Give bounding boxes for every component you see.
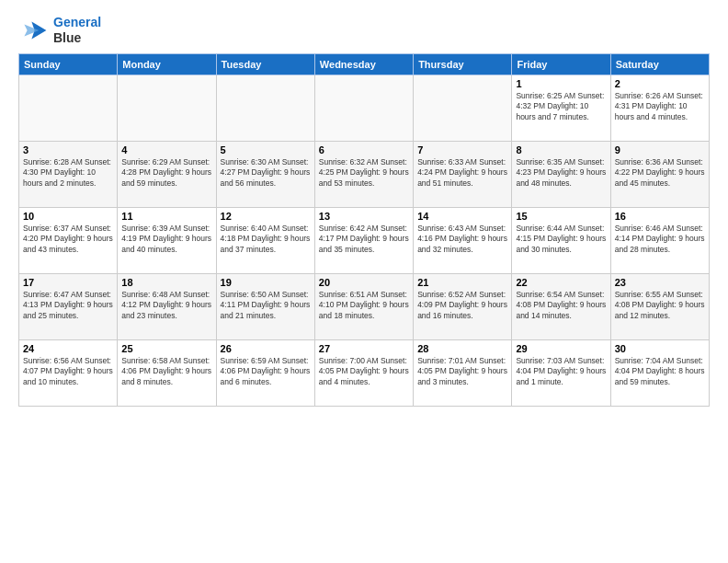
logo-line1: General bbox=[53, 15, 101, 30]
calendar-week-row: 1Sunrise: 6:25 AM Sunset: 4:32 PM Daylig… bbox=[19, 75, 710, 141]
calendar-cell: 25Sunrise: 6:58 AM Sunset: 4:06 PM Dayli… bbox=[118, 339, 216, 406]
day-info: Sunrise: 6:42 AM Sunset: 4:17 PM Dayligh… bbox=[319, 224, 409, 257]
calendar-header-row: SundayMondayTuesdayWednesdayThursdayFrid… bbox=[19, 53, 710, 75]
calendar-cell: 16Sunrise: 6:46 AM Sunset: 4:14 PM Dayli… bbox=[610, 207, 709, 273]
day-number: 30 bbox=[615, 343, 705, 354]
day-number: 22 bbox=[516, 277, 606, 288]
calendar-cell: 20Sunrise: 6:51 AM Sunset: 4:10 PM Dayli… bbox=[314, 273, 413, 339]
calendar-cell: 3Sunrise: 6:28 AM Sunset: 4:30 PM Daylig… bbox=[19, 141, 118, 207]
day-info: Sunrise: 6:35 AM Sunset: 4:23 PM Dayligh… bbox=[516, 157, 606, 190]
calendar-cell: 7Sunrise: 6:33 AM Sunset: 4:24 PM Daylig… bbox=[414, 141, 512, 207]
day-number: 3 bbox=[23, 144, 113, 155]
day-info: Sunrise: 6:29 AM Sunset: 4:28 PM Dayligh… bbox=[121, 157, 211, 190]
day-info: Sunrise: 6:50 AM Sunset: 4:11 PM Dayligh… bbox=[221, 290, 311, 323]
calendar-week-row: 10Sunrise: 6:37 AM Sunset: 4:20 PM Dayli… bbox=[19, 207, 710, 273]
day-number: 12 bbox=[221, 211, 311, 222]
calendar-cell bbox=[414, 75, 512, 141]
logo-icon bbox=[18, 16, 48, 45]
calendar-cell bbox=[118, 75, 216, 141]
calendar-cell bbox=[314, 75, 413, 141]
calendar-cell: 27Sunrise: 7:00 AM Sunset: 4:05 PM Dayli… bbox=[314, 339, 413, 406]
day-number: 8 bbox=[516, 144, 606, 155]
day-info: Sunrise: 6:43 AM Sunset: 4:16 PM Dayligh… bbox=[417, 224, 507, 257]
day-info: Sunrise: 6:37 AM Sunset: 4:20 PM Dayligh… bbox=[23, 224, 113, 257]
calendar-cell: 11Sunrise: 6:39 AM Sunset: 4:19 PM Dayli… bbox=[118, 207, 216, 273]
calendar-cell bbox=[19, 75, 118, 141]
calendar-cell: 19Sunrise: 6:50 AM Sunset: 4:11 PM Dayli… bbox=[216, 273, 314, 339]
logo-line2: Blue bbox=[53, 30, 101, 46]
day-info: Sunrise: 6:52 AM Sunset: 4:09 PM Dayligh… bbox=[417, 290, 507, 323]
day-info: Sunrise: 6:40 AM Sunset: 4:18 PM Dayligh… bbox=[221, 224, 311, 257]
day-number: 2 bbox=[615, 78, 705, 89]
day-number: 14 bbox=[417, 211, 507, 222]
calendar-cell: 8Sunrise: 6:35 AM Sunset: 4:23 PM Daylig… bbox=[512, 141, 610, 207]
day-info: Sunrise: 6:36 AM Sunset: 4:22 PM Dayligh… bbox=[615, 157, 705, 190]
day-info: Sunrise: 6:44 AM Sunset: 4:15 PM Dayligh… bbox=[516, 224, 606, 257]
day-info: Sunrise: 6:58 AM Sunset: 4:06 PM Dayligh… bbox=[121, 356, 211, 389]
weekday-header: Wednesday bbox=[314, 53, 413, 75]
calendar-cell: 17Sunrise: 6:47 AM Sunset: 4:13 PM Dayli… bbox=[19, 273, 118, 339]
calendar-cell bbox=[216, 75, 314, 141]
day-number: 7 bbox=[417, 144, 507, 155]
logo-text: General Blue bbox=[53, 15, 101, 46]
calendar-cell: 10Sunrise: 6:37 AM Sunset: 4:20 PM Dayli… bbox=[19, 207, 118, 273]
day-number: 27 bbox=[319, 343, 409, 354]
day-number: 17 bbox=[23, 277, 113, 288]
day-number: 29 bbox=[516, 343, 606, 354]
day-number: 11 bbox=[121, 211, 211, 222]
day-number: 13 bbox=[319, 211, 409, 222]
day-number: 4 bbox=[121, 144, 211, 155]
calendar-cell: 6Sunrise: 6:32 AM Sunset: 4:25 PM Daylig… bbox=[314, 141, 413, 207]
day-number: 15 bbox=[516, 211, 606, 222]
day-info: Sunrise: 7:01 AM Sunset: 4:05 PM Dayligh… bbox=[417, 356, 507, 389]
day-info: Sunrise: 6:33 AM Sunset: 4:24 PM Dayligh… bbox=[417, 157, 507, 190]
day-info: Sunrise: 6:55 AM Sunset: 4:08 PM Dayligh… bbox=[615, 290, 705, 323]
day-number: 6 bbox=[319, 144, 409, 155]
calendar-table: SundayMondayTuesdayWednesdayThursdayFrid… bbox=[18, 53, 710, 407]
calendar-cell: 15Sunrise: 6:44 AM Sunset: 4:15 PM Dayli… bbox=[512, 207, 610, 273]
calendar-cell: 1Sunrise: 6:25 AM Sunset: 4:32 PM Daylig… bbox=[512, 75, 610, 141]
day-number: 26 bbox=[221, 343, 311, 354]
day-number: 5 bbox=[221, 144, 311, 155]
calendar-cell: 18Sunrise: 6:48 AM Sunset: 4:12 PM Dayli… bbox=[118, 273, 216, 339]
day-number: 18 bbox=[121, 277, 211, 288]
day-number: 19 bbox=[221, 277, 311, 288]
day-info: Sunrise: 6:56 AM Sunset: 4:07 PM Dayligh… bbox=[23, 356, 113, 389]
calendar-cell: 13Sunrise: 6:42 AM Sunset: 4:17 PM Dayli… bbox=[314, 207, 413, 273]
calendar-cell: 23Sunrise: 6:55 AM Sunset: 4:08 PM Dayli… bbox=[610, 273, 709, 339]
day-info: Sunrise: 6:59 AM Sunset: 4:06 PM Dayligh… bbox=[221, 356, 311, 389]
day-number: 16 bbox=[615, 211, 705, 222]
logo: General Blue bbox=[18, 15, 101, 46]
day-info: Sunrise: 6:51 AM Sunset: 4:10 PM Dayligh… bbox=[319, 290, 409, 323]
day-info: Sunrise: 6:25 AM Sunset: 4:32 PM Dayligh… bbox=[516, 91, 606, 124]
day-info: Sunrise: 6:39 AM Sunset: 4:19 PM Dayligh… bbox=[121, 224, 211, 257]
calendar-cell: 30Sunrise: 7:04 AM Sunset: 4:04 PM Dayli… bbox=[610, 339, 709, 406]
weekday-header: Saturday bbox=[610, 53, 709, 75]
calendar-cell: 14Sunrise: 6:43 AM Sunset: 4:16 PM Dayli… bbox=[414, 207, 512, 273]
day-info: Sunrise: 6:54 AM Sunset: 4:08 PM Dayligh… bbox=[516, 290, 606, 323]
day-number: 25 bbox=[121, 343, 211, 354]
weekday-header: Friday bbox=[512, 53, 610, 75]
weekday-header: Tuesday bbox=[216, 53, 314, 75]
calendar-cell: 9Sunrise: 6:36 AM Sunset: 4:22 PM Daylig… bbox=[610, 141, 709, 207]
day-info: Sunrise: 6:48 AM Sunset: 4:12 PM Dayligh… bbox=[121, 290, 211, 323]
calendar-week-row: 24Sunrise: 6:56 AM Sunset: 4:07 PM Dayli… bbox=[19, 339, 710, 406]
day-number: 20 bbox=[319, 277, 409, 288]
day-info: Sunrise: 6:46 AM Sunset: 4:14 PM Dayligh… bbox=[615, 224, 705, 257]
calendar-week-row: 17Sunrise: 6:47 AM Sunset: 4:13 PM Dayli… bbox=[19, 273, 710, 339]
day-number: 1 bbox=[516, 78, 606, 89]
day-info: Sunrise: 6:47 AM Sunset: 4:13 PM Dayligh… bbox=[23, 290, 113, 323]
calendar-cell: 2Sunrise: 6:26 AM Sunset: 4:31 PM Daylig… bbox=[610, 75, 709, 141]
day-info: Sunrise: 7:04 AM Sunset: 4:04 PM Dayligh… bbox=[615, 356, 705, 389]
calendar-cell: 29Sunrise: 7:03 AM Sunset: 4:04 PM Dayli… bbox=[512, 339, 610, 406]
calendar-cell: 24Sunrise: 6:56 AM Sunset: 4:07 PM Dayli… bbox=[19, 339, 118, 406]
calendar-cell: 28Sunrise: 7:01 AM Sunset: 4:05 PM Dayli… bbox=[414, 339, 512, 406]
calendar-week-row: 3Sunrise: 6:28 AM Sunset: 4:30 PM Daylig… bbox=[19, 141, 710, 207]
weekday-header: Sunday bbox=[19, 53, 118, 75]
day-info: Sunrise: 6:30 AM Sunset: 4:27 PM Dayligh… bbox=[221, 157, 311, 190]
day-number: 21 bbox=[417, 277, 507, 288]
header: General Blue bbox=[18, 15, 710, 46]
day-info: Sunrise: 7:03 AM Sunset: 4:04 PM Dayligh… bbox=[516, 356, 606, 389]
day-number: 23 bbox=[615, 277, 705, 288]
day-number: 24 bbox=[23, 343, 113, 354]
